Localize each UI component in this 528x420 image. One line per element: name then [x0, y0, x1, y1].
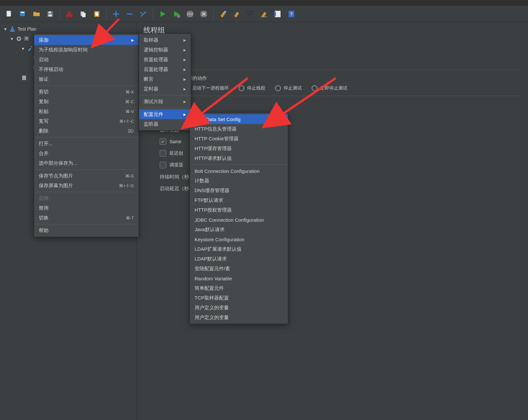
disclosure-triangle-icon[interactable]: ▾ [3, 27, 7, 31]
flask-icon [9, 26, 16, 32]
open-folder-icon[interactable] [31, 8, 42, 20]
toolbar-separator [60, 8, 60, 20]
menu-toggle[interactable]: 切换⌘-T [34, 213, 139, 223]
config-user-vars-2[interactable]: 用户定义的变量 [190, 313, 288, 322]
svg-marker-13 [161, 11, 166, 17]
toolbar-separator [213, 8, 213, 20]
svg-rect-10 [82, 13, 86, 17]
menu-start-no-pause[interactable]: 不停顿启动 [34, 64, 139, 74]
annotation-arrow [183, 75, 254, 125]
menu-duplicate[interactable]: 复写⌘+⇧-C [34, 116, 139, 126]
config-counter[interactable]: 计数器 [190, 176, 288, 186]
annotation-arrow [267, 75, 342, 125]
clear-all-icon[interactable] [231, 8, 242, 20]
menu-separator [34, 192, 139, 192]
menu-separator [34, 224, 139, 224]
run-icon[interactable] [157, 8, 169, 20]
same-user-label: Same [169, 139, 182, 144]
config-http-cookie[interactable]: HTTP Cookie管理器 [190, 134, 288, 144]
search-icon[interactable] [244, 8, 256, 20]
scheduler-label: 调度器 [169, 162, 183, 168]
config-ldap-ext[interactable]: LDAP扩展请求默认值 [190, 244, 288, 254]
submenu-sampler[interactable]: 取样器 [139, 35, 191, 45]
config-bolt[interactable]: Bolt Connection Configuration [190, 166, 288, 176]
run-nopause-icon[interactable] [170, 8, 182, 20]
disclosure-triangle-icon[interactable]: ▾ [21, 47, 25, 50]
config-simple[interactable]: 简单配置元件 [190, 283, 288, 293]
help-icon[interactable]: ? [286, 8, 297, 20]
menu-copy[interactable]: 复制⌘-C [34, 97, 139, 106]
collapse-icon[interactable] [124, 8, 136, 20]
submenu-post[interactable]: 后置处理器 [139, 64, 191, 74]
toolbar: STOP ? [0, 6, 528, 22]
menu-validate[interactable]: 验证 [34, 74, 139, 84]
config-http-auth[interactable]: HTTP授权管理器 [190, 205, 288, 215]
cut-icon[interactable] [64, 8, 75, 20]
svg-rect-29 [22, 76, 26, 80]
annotation-arrow [91, 16, 124, 43]
menu-open[interactable]: 打开... [34, 139, 139, 148]
menu-enable: 启用 [34, 193, 139, 203]
save-icon[interactable] [44, 8, 56, 20]
clear-icon[interactable] [217, 8, 229, 20]
tree-label: 测 [24, 36, 29, 42]
config-http-defaults[interactable]: HTTP请求默认值 [190, 153, 288, 163]
config-java[interactable]: Java默认请求 [190, 225, 288, 234]
config-tcp[interactable]: TCP取样器配置 [190, 293, 288, 303]
submenu-config-elements[interactable]: CSV Data Set Config HTTP信息头管理器 HTTP Cook… [190, 113, 288, 324]
toggle-icon[interactable] [138, 8, 149, 20]
menu-separator [34, 85, 139, 86]
svg-point-27 [18, 38, 20, 40]
config-ftp[interactable]: FTP默认请求 [190, 195, 288, 205]
menu-help[interactable]: 帮助 [34, 226, 139, 235]
config-http-cache[interactable]: HTTP缓存管理器 [190, 144, 288, 153]
tree-label: Test Plan [18, 26, 37, 32]
svg-point-15 [177, 14, 180, 18]
menu-paste[interactable]: 粘贴⌘-V [34, 106, 139, 116]
config-jdbc[interactable]: JDBC Connection Configuration [190, 215, 288, 225]
template-icon[interactable] [17, 8, 29, 20]
stop-icon[interactable]: STOP [184, 8, 196, 20]
svg-rect-12 [95, 12, 98, 16]
config-ldap[interactable]: LDAP默认请求 [190, 254, 288, 264]
dropper-icon [27, 45, 33, 52]
name-value[interactable]: 券collect [160, 43, 521, 49]
submenu-logic[interactable]: 逻辑控制器 [139, 45, 191, 55]
menu-merge[interactable]: 合并 [34, 148, 139, 158]
menu-add-response-time[interactable]: 为子线程添加响应时间 [34, 45, 139, 55]
context-menu[interactable]: 添加 为子线程添加响应时间 启动 不停顿启动 验证 剪切⌘-X 复制⌘-C 粘贴… [34, 34, 139, 237]
gear-icon [16, 35, 22, 42]
menu-start[interactable]: 启动 [34, 55, 139, 64]
delay-checkbox[interactable] [160, 150, 166, 157]
copy-icon[interactable] [77, 8, 89, 20]
config-login[interactable]: 登陆配置元件/素 [190, 264, 288, 273]
new-file-icon[interactable] [3, 8, 15, 20]
svg-rect-6 [49, 14, 52, 17]
same-user-checkbox[interactable] [160, 138, 166, 145]
menu-separator [34, 137, 139, 137]
divider [143, 70, 521, 70]
config-random[interactable]: Random Variable [190, 273, 288, 283]
function-helper-icon[interactable] [272, 8, 284, 20]
config-dns[interactable]: DNS缓存管理器 [190, 186, 288, 195]
menu-delete[interactable]: 删除⌦ [34, 126, 139, 136]
menu-separator [190, 164, 288, 165]
menu-save-screen-image[interactable]: 保存屏幕为图片⌘+⇧-G [34, 181, 139, 190]
panel-title: 线程组 [143, 25, 521, 35]
reset-search-icon[interactable] [258, 8, 270, 20]
menu-cut[interactable]: 剪切⌘-X [34, 87, 139, 97]
svg-rect-23 [274, 12, 276, 16]
config-http-header[interactable]: HTTP信息头管理器 [190, 124, 288, 134]
menu-save-node-image[interactable]: 保存节点为图片⌘-G [34, 171, 139, 181]
svg-point-19 [224, 11, 226, 13]
toolbar-separator [153, 8, 153, 20]
shutdown-icon[interactable] [198, 8, 210, 20]
menu-save-selection[interactable]: 选中部分保存为... [34, 158, 139, 168]
config-keystore[interactable]: Keystore Configuration [190, 234, 288, 244]
config-user-vars[interactable]: 用户定义的变量 [190, 303, 288, 313]
menu-disable[interactable]: 禁用 [34, 203, 139, 213]
svg-text:?: ? [290, 11, 293, 17]
disclosure-triangle-icon[interactable]: ▾ [10, 37, 14, 41]
submenu-pre[interactable]: 前置处理器 [139, 55, 191, 64]
scheduler-checkbox[interactable] [160, 162, 166, 168]
